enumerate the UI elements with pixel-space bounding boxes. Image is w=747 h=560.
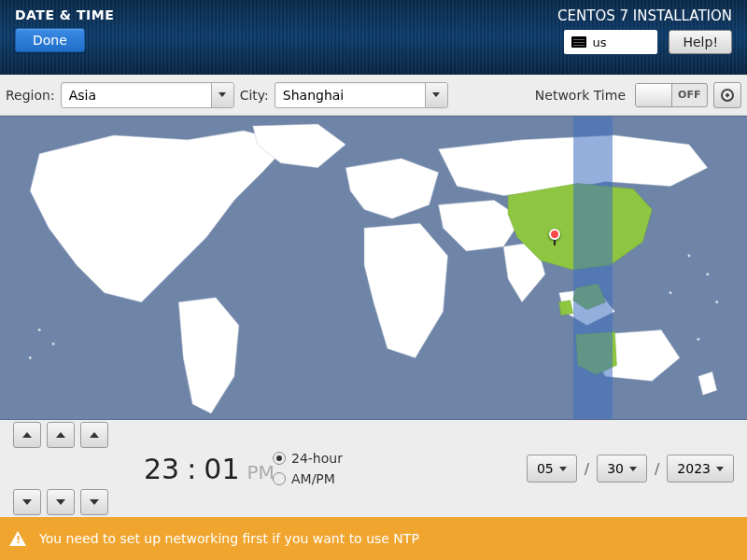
chevron-down-icon (432, 92, 440, 97)
city-dropdown-button[interactable] (425, 83, 447, 107)
hours-value: 23 (144, 453, 179, 485)
timezone-map[interactable] (0, 116, 747, 420)
time-format-radios: 24-hour AM/PM (273, 451, 343, 486)
header-right-row: us Help! (564, 30, 732, 54)
chevron-up-icon (56, 432, 65, 438)
city-combobox[interactable]: Shanghai (275, 82, 448, 108)
hours-spinner (13, 422, 41, 515)
page-title: DATE & TIME (15, 7, 114, 22)
radio-dot-icon (273, 472, 286, 485)
header-right: CENTOS 7 INSTALLATION us Help! (557, 7, 732, 69)
hours-down-button[interactable] (13, 489, 41, 515)
chevron-down-icon (90, 499, 99, 505)
keyboard-layout-text: us (592, 35, 606, 49)
chevron-up-icon (90, 432, 99, 438)
svg-point-2 (29, 357, 32, 359)
radio-24hour[interactable]: 24-hour (273, 451, 343, 466)
time-colon: : (187, 453, 196, 485)
region-combobox[interactable]: Asia (61, 82, 234, 108)
install-title: CENTOS 7 INSTALLATION (557, 7, 732, 24)
region-label: Region: (6, 88, 55, 103)
ntp-settings-button[interactable] (713, 82, 741, 108)
ampm-down-button[interactable] (80, 489, 108, 515)
chevron-down-icon (56, 499, 65, 505)
region-value: Asia (62, 88, 211, 103)
svg-point-3 (687, 255, 690, 258)
toggle-knob (636, 84, 672, 106)
network-time-toggle[interactable]: OFF (635, 83, 708, 107)
done-button[interactable]: Done (15, 28, 85, 52)
time-display-wrap: 23:01 PM (125, 422, 256, 515)
radio-ampm-label: AM/PM (291, 471, 335, 486)
keyboard-layout-indicator[interactable]: us (564, 30, 657, 54)
keyboard-icon (571, 36, 586, 48)
ampm-value: PM (247, 461, 274, 483)
minutes-value: 01 (204, 453, 239, 485)
ampm-up-button[interactable] (80, 422, 108, 448)
date-separator: / (655, 460, 659, 478)
world-map-svg (0, 117, 747, 419)
hours-up-button[interactable] (13, 422, 41, 448)
month-value: 05 (537, 461, 554, 476)
time-spinners (13, 422, 108, 515)
help-button[interactable]: Help! (669, 30, 732, 54)
chevron-up-icon (22, 432, 32, 438)
radio-ampm[interactable]: AM/PM (273, 471, 343, 486)
svg-point-5 (715, 301, 718, 303)
svg-point-7 (669, 291, 672, 294)
location-pin-icon (549, 229, 560, 240)
chevron-down-icon (716, 467, 724, 471)
time-display: 23:01 PM (144, 453, 275, 485)
svg-point-4 (706, 273, 709, 275)
svg-point-1 (52, 343, 55, 345)
year-value: 2023 (677, 461, 711, 476)
gear-icon (721, 89, 734, 102)
date-picker: 05 / 30 / 2023 (527, 455, 734, 483)
svg-point-6 (697, 338, 699, 341)
header-left: DATE & TIME Done (15, 7, 114, 69)
controls-bar: Region: Asia City: Shanghai Network Time… (0, 75, 747, 116)
year-button[interactable]: 2023 (667, 455, 734, 483)
warning-bar: You need to set up networking first if y… (0, 517, 747, 560)
timezone-highlight-band (573, 117, 613, 419)
date-separator: / (585, 460, 589, 478)
network-time-label: Network Time (535, 88, 626, 103)
radio-24hour-label: 24-hour (291, 451, 343, 466)
minutes-down-button[interactable] (47, 489, 75, 515)
warning-icon (9, 531, 26, 546)
minutes-up-button[interactable] (47, 422, 75, 448)
chevron-down-icon (629, 467, 637, 471)
svg-point-0 (38, 329, 41, 331)
radio-dot-icon (273, 452, 286, 465)
chevron-down-icon (218, 92, 226, 97)
warning-message: You need to set up networking first if y… (39, 531, 419, 546)
day-value: 30 (607, 461, 624, 476)
ampm-spinner (80, 422, 108, 515)
chevron-down-icon (559, 467, 567, 471)
day-button[interactable]: 30 (597, 455, 647, 483)
toggle-state-text: OFF (672, 84, 708, 106)
time-date-panel: 23:01 PM 24-hour AM/PM 05 / 30 / 2023 (0, 420, 747, 517)
region-dropdown-button[interactable] (211, 83, 233, 107)
city-label: City: (240, 88, 269, 103)
chevron-down-icon (22, 499, 32, 505)
city-value: Shanghai (275, 88, 425, 103)
minutes-spinner (47, 422, 75, 515)
header-bar: DATE & TIME Done CENTOS 7 INSTALLATION u… (0, 0, 747, 75)
month-button[interactable]: 05 (527, 455, 577, 483)
